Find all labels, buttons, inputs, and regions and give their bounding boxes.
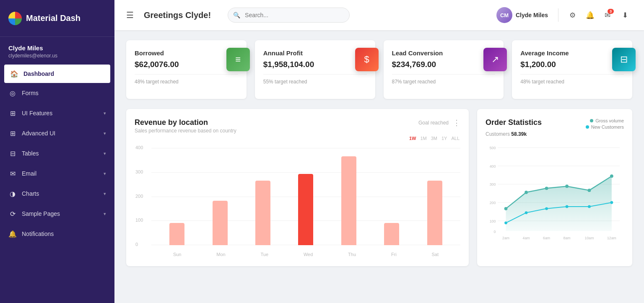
bar-sat[interactable] xyxy=(427,181,442,245)
stat-value-2: $234,769.00 xyxy=(392,60,496,69)
sidebar-item-advanced-ui[interactable]: ⊞ Advanced UI ▾ xyxy=(0,123,114,143)
legend-dot-1 xyxy=(586,125,589,129)
search-input[interactable] xyxy=(228,8,349,23)
sidebar-item-charts[interactable]: ◑ Charts ▾ xyxy=(0,184,114,204)
nav-chevron-7: ▾ xyxy=(104,211,106,217)
bar-wrap-sun xyxy=(156,223,198,245)
stat-target-1: 55% target reached xyxy=(263,79,367,85)
period-btn-all[interactable]: ALL xyxy=(450,135,460,141)
sidebar-user: Clyde Miles clydemiles@elenor.us xyxy=(0,37,114,65)
stat-label-3: Average Income xyxy=(520,49,624,57)
bar-label-sun: Sun xyxy=(173,252,182,257)
download-button[interactable]: ⬇ xyxy=(618,8,632,22)
bar-sun[interactable] xyxy=(169,223,184,245)
grid-label-400: 400 xyxy=(135,145,143,150)
mail-button[interactable]: ✉ 3 xyxy=(600,8,615,22)
bar-fri[interactable] xyxy=(384,223,399,245)
sidebar-item-forms[interactable]: ◎ Forms xyxy=(0,83,114,103)
gross-dot-5 xyxy=(588,189,591,192)
header-greeting: Greetings Clyde! xyxy=(144,10,211,20)
order-chart-card: Order Statistics Gross volumeNew Custome… xyxy=(477,109,632,266)
nav-label-1: Forms xyxy=(22,90,39,96)
svg-text:200: 200 xyxy=(490,201,496,205)
nav-label-8: Notifications xyxy=(22,230,54,237)
nav-icon-8: 🔔 xyxy=(8,230,17,238)
svg-text:4am: 4am xyxy=(523,236,530,240)
nav-label-3: Advanced UI xyxy=(22,130,55,137)
nav-icon-6: ◑ xyxy=(8,189,17,198)
sidebar-item-dashboard[interactable]: 🏠 Dashboard xyxy=(4,65,110,83)
bar-chart-area: 4003002001000SunMonTueWedThuFriSat xyxy=(135,148,460,257)
nav-icon-7: ⟳ xyxy=(8,210,17,218)
nc-dot-4 xyxy=(566,205,569,208)
period-btn-1y[interactable]: 1Y xyxy=(441,135,448,141)
bar-tue[interactable] xyxy=(255,181,270,245)
order-chart-title: Order Statistics xyxy=(486,118,542,127)
svg-text:300: 300 xyxy=(490,182,496,186)
order-chart-header: Order Statistics Gross volumeNew Custome… xyxy=(486,118,624,129)
sidebar-item-tables[interactable]: ⊟ Tables ▾ xyxy=(0,143,114,163)
nav-label-4: Tables xyxy=(22,150,39,157)
revenue-chart-subtitle: Sales performance revenue based on count… xyxy=(135,128,236,134)
mail-badge: 3 xyxy=(608,9,614,14)
gross-dot-6 xyxy=(610,174,613,178)
menu-toggle-button[interactable]: ☰ xyxy=(126,10,134,20)
sidebar-item-notifications[interactable]: 🔔 Notifications xyxy=(0,224,114,244)
nc-dot-6 xyxy=(610,201,613,204)
bar-mon[interactable] xyxy=(213,201,228,245)
nav-label-2: UI Features xyxy=(22,110,52,117)
stat-target-2: 87% target reached xyxy=(392,79,496,85)
bar-wrap-thu xyxy=(327,156,370,245)
stat-value-0: $62,0076.00 xyxy=(135,60,238,69)
main-area: ☰ Greetings Clyde! 🔍 CM Clyde Miles ⚙ 🔔 … xyxy=(114,0,644,303)
nav-icon-1: ◎ xyxy=(8,89,17,97)
stat-target-0: 48% target reached xyxy=(135,79,238,85)
header: ☰ Greetings Clyde! 🔍 CM Clyde Miles ⚙ 🔔 … xyxy=(114,0,644,30)
stat-divider-1 xyxy=(263,74,367,75)
legend-dot-0 xyxy=(590,119,593,122)
bar-wed[interactable] xyxy=(298,174,313,245)
sidebar-item-sample-pages[interactable]: ⟳ Sample Pages ▾ xyxy=(0,204,114,224)
bar-label-wed: Wed xyxy=(304,252,313,257)
bars-container xyxy=(151,148,460,245)
nav-icon-5: ✉ xyxy=(8,169,17,178)
brand-title: Material Dash xyxy=(26,13,80,23)
stat-label-1: Annual Profit xyxy=(263,49,367,57)
nc-dot-3 xyxy=(545,207,548,210)
svg-text:8am: 8am xyxy=(564,236,571,240)
sidebar-item-email[interactable]: ✉ Email ▾ xyxy=(0,163,114,184)
nc-dot-2 xyxy=(525,211,528,214)
nav-chevron-4: ▾ xyxy=(104,151,106,156)
nav-icon-0: 🏠 xyxy=(10,70,18,78)
nav-chevron-3: ▾ xyxy=(104,131,106,136)
stat-icon-2: ↗ xyxy=(483,48,507,71)
period-btn-1w[interactable]: 1W xyxy=(408,135,417,141)
legend-label-0: Gross volume xyxy=(595,118,624,123)
bar-wrap-sat xyxy=(413,181,456,245)
sidebar-item-ui-features[interactable]: ⊞ UI Features ▾ xyxy=(0,103,114,123)
period-btn-3m[interactable]: 3M xyxy=(430,135,438,141)
legend-item-1: New Customers xyxy=(586,124,624,129)
sidebar-nav: 🏠 Dashboard ◎ Forms ⊞ UI Features ▾ ⊞ Ad… xyxy=(0,65,114,303)
period-buttons: 1W1M3M1YALL xyxy=(135,135,460,141)
nav-icon-3: ⊞ xyxy=(8,129,17,137)
nc-dot-1 xyxy=(504,221,507,224)
stat-label-0: Borrowed xyxy=(135,49,238,57)
settings-button[interactable]: ⚙ xyxy=(565,8,579,22)
notifications-button[interactable]: 🔔 xyxy=(583,8,597,22)
svg-text:500: 500 xyxy=(490,146,496,150)
period-btn-1m[interactable]: 1M xyxy=(419,135,427,141)
gross-dot-2 xyxy=(525,191,528,194)
revenue-chart-title: Revenue by location xyxy=(135,118,236,127)
svg-text:400: 400 xyxy=(490,164,496,168)
header-right: CM Clyde Miles ⚙ 🔔 ✉ 3 ⬇ xyxy=(496,7,632,23)
more-options-button[interactable]: ⋮ xyxy=(453,118,460,127)
charts-row: Revenue by location Sales performance re… xyxy=(126,109,632,266)
svg-text:12am: 12am xyxy=(607,236,616,240)
stat-icon-3: ⊟ xyxy=(612,48,636,71)
sidebar-user-email: clydemiles@elenor.us xyxy=(8,53,106,59)
bar-thu[interactable] xyxy=(341,156,356,245)
stat-card-0: Borrowed $62,0076.00 48% target reached … xyxy=(126,40,247,99)
bar-label-tue: Tue xyxy=(261,252,269,257)
nav-chevron-6: ▾ xyxy=(104,191,106,197)
